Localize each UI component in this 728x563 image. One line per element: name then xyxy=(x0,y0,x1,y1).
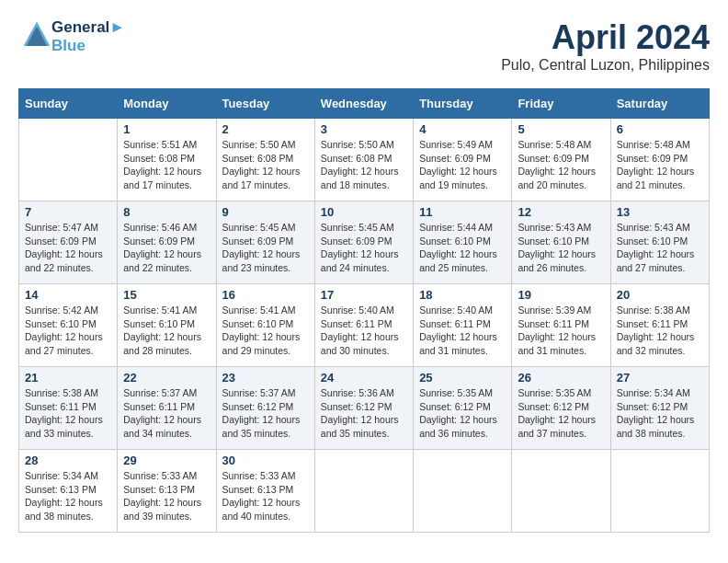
calendar-header-tuesday: Tuesday xyxy=(216,89,314,119)
day-info: Sunrise: 5:50 AM Sunset: 6:08 PM Dayligh… xyxy=(222,138,309,192)
day-info: Sunrise: 5:41 AM Sunset: 6:10 PM Dayligh… xyxy=(222,304,309,358)
day-number: 10 xyxy=(321,205,407,219)
calendar-week-row: 14Sunrise: 5:42 AM Sunset: 6:10 PM Dayli… xyxy=(19,284,710,367)
calendar-header-saturday: Saturday xyxy=(610,89,709,119)
day-info: Sunrise: 5:40 AM Sunset: 6:11 PM Dayligh… xyxy=(419,304,506,358)
calendar-cell: 24Sunrise: 5:36 AM Sunset: 6:12 PM Dayli… xyxy=(314,367,413,450)
day-number: 26 xyxy=(518,371,604,385)
day-number: 20 xyxy=(617,288,703,302)
day-info: Sunrise: 5:41 AM Sunset: 6:10 PM Dayligh… xyxy=(123,304,210,358)
calendar-cell: 28Sunrise: 5:34 AM Sunset: 6:13 PM Dayli… xyxy=(19,450,118,533)
day-number: 2 xyxy=(222,122,309,136)
calendar-cell: 29Sunrise: 5:33 AM Sunset: 6:13 PM Dayli… xyxy=(118,450,216,533)
calendar-cell: 16Sunrise: 5:41 AM Sunset: 6:10 PM Dayli… xyxy=(216,284,314,367)
calendar-cell: 18Sunrise: 5:40 AM Sunset: 6:11 PM Dayli… xyxy=(414,284,512,367)
day-number: 6 xyxy=(617,122,703,136)
day-number: 23 xyxy=(222,371,309,385)
calendar-cell: 22Sunrise: 5:37 AM Sunset: 6:11 PM Dayli… xyxy=(118,367,216,450)
calendar-header-row: SundayMondayTuesdayWednesdayThursdayFrid… xyxy=(19,89,710,119)
day-info: Sunrise: 5:42 AM Sunset: 6:10 PM Dayligh… xyxy=(25,304,111,358)
day-info: Sunrise: 5:35 AM Sunset: 6:12 PM Dayligh… xyxy=(419,386,506,441)
calendar-cell: 11Sunrise: 5:44 AM Sunset: 6:10 PM Dayli… xyxy=(414,201,512,284)
day-info: Sunrise: 5:34 AM Sunset: 6:13 PM Dayligh… xyxy=(25,469,111,523)
day-info: Sunrise: 5:44 AM Sunset: 6:10 PM Dayligh… xyxy=(419,221,506,275)
logo: General► Blue xyxy=(18,18,125,54)
day-number: 8 xyxy=(123,205,210,219)
calendar-cell: 19Sunrise: 5:39 AM Sunset: 6:11 PM Dayli… xyxy=(512,284,610,367)
calendar-cell: 12Sunrise: 5:43 AM Sunset: 6:10 PM Dayli… xyxy=(512,201,610,284)
calendar-cell: 14Sunrise: 5:42 AM Sunset: 6:10 PM Dayli… xyxy=(19,284,118,367)
calendar-cell: 23Sunrise: 5:37 AM Sunset: 6:12 PM Dayli… xyxy=(216,367,314,450)
day-info: Sunrise: 5:49 AM Sunset: 6:09 PM Dayligh… xyxy=(419,138,506,192)
calendar-cell: 30Sunrise: 5:33 AM Sunset: 6:13 PM Dayli… xyxy=(216,450,314,533)
calendar-cell xyxy=(19,119,118,201)
calendar-cell: 15Sunrise: 5:41 AM Sunset: 6:10 PM Dayli… xyxy=(118,284,216,367)
day-info: Sunrise: 5:40 AM Sunset: 6:11 PM Dayligh… xyxy=(321,304,407,358)
day-info: Sunrise: 5:51 AM Sunset: 6:08 PM Dayligh… xyxy=(123,138,210,192)
calendar-header-friday: Friday xyxy=(512,89,610,119)
day-info: Sunrise: 5:33 AM Sunset: 6:13 PM Dayligh… xyxy=(222,469,309,523)
day-number: 14 xyxy=(25,288,111,302)
day-number: 9 xyxy=(222,205,309,219)
calendar-cell: 20Sunrise: 5:38 AM Sunset: 6:11 PM Dayli… xyxy=(610,284,709,367)
day-number: 5 xyxy=(518,122,604,136)
calendar-week-row: 21Sunrise: 5:38 AM Sunset: 6:11 PM Dayli… xyxy=(19,367,710,450)
day-number: 30 xyxy=(222,454,309,467)
day-info: Sunrise: 5:38 AM Sunset: 6:11 PM Dayligh… xyxy=(617,304,703,358)
day-info: Sunrise: 5:47 AM Sunset: 6:09 PM Dayligh… xyxy=(25,221,111,275)
day-info: Sunrise: 5:35 AM Sunset: 6:12 PM Dayligh… xyxy=(518,386,604,441)
day-number: 13 xyxy=(617,205,703,219)
calendar-cell: 7Sunrise: 5:47 AM Sunset: 6:09 PM Daylig… xyxy=(19,201,118,284)
calendar-cell: 27Sunrise: 5:34 AM Sunset: 6:12 PM Dayli… xyxy=(610,367,709,450)
page-subtitle: Pulo, Central Luzon, Philippines xyxy=(501,57,710,74)
calendar-cell: 10Sunrise: 5:45 AM Sunset: 6:09 PM Dayli… xyxy=(314,201,413,284)
calendar-cell: 8Sunrise: 5:46 AM Sunset: 6:09 PM Daylig… xyxy=(118,201,216,284)
calendar-header-wednesday: Wednesday xyxy=(314,89,413,119)
day-number: 1 xyxy=(123,122,210,136)
day-info: Sunrise: 5:43 AM Sunset: 6:10 PM Dayligh… xyxy=(617,221,703,275)
calendar-cell: 21Sunrise: 5:38 AM Sunset: 6:11 PM Dayli… xyxy=(19,367,118,450)
day-number: 11 xyxy=(419,205,506,219)
calendar-week-row: 7Sunrise: 5:47 AM Sunset: 6:09 PM Daylig… xyxy=(19,201,710,284)
calendar-week-row: 28Sunrise: 5:34 AM Sunset: 6:13 PM Dayli… xyxy=(19,450,710,533)
calendar-cell: 1Sunrise: 5:51 AM Sunset: 6:08 PM Daylig… xyxy=(118,119,216,201)
calendar-cell: 6Sunrise: 5:48 AM Sunset: 6:09 PM Daylig… xyxy=(610,119,709,201)
calendar-cell xyxy=(414,450,512,533)
day-number: 3 xyxy=(321,122,407,136)
calendar-cell xyxy=(314,450,413,533)
day-info: Sunrise: 5:43 AM Sunset: 6:10 PM Dayligh… xyxy=(518,221,604,275)
day-info: Sunrise: 5:46 AM Sunset: 6:09 PM Dayligh… xyxy=(123,221,210,275)
day-info: Sunrise: 5:34 AM Sunset: 6:12 PM Dayligh… xyxy=(617,386,703,441)
day-info: Sunrise: 5:45 AM Sunset: 6:09 PM Dayligh… xyxy=(222,221,309,275)
calendar-header-thursday: Thursday xyxy=(414,89,512,119)
calendar-cell xyxy=(610,450,709,533)
calendar-cell: 3Sunrise: 5:50 AM Sunset: 6:08 PM Daylig… xyxy=(314,119,413,201)
day-info: Sunrise: 5:48 AM Sunset: 6:09 PM Dayligh… xyxy=(617,138,703,192)
day-number: 18 xyxy=(419,288,506,302)
calendar-cell: 5Sunrise: 5:48 AM Sunset: 6:09 PM Daylig… xyxy=(512,119,610,201)
day-info: Sunrise: 5:50 AM Sunset: 6:08 PM Dayligh… xyxy=(321,138,407,192)
calendar-cell xyxy=(512,450,610,533)
day-info: Sunrise: 5:33 AM Sunset: 6:13 PM Dayligh… xyxy=(123,469,210,523)
day-number: 27 xyxy=(617,371,703,385)
calendar-header-sunday: Sunday xyxy=(19,89,118,119)
day-number: 16 xyxy=(222,288,309,302)
day-info: Sunrise: 5:37 AM Sunset: 6:11 PM Dayligh… xyxy=(123,386,210,441)
day-info: Sunrise: 5:37 AM Sunset: 6:12 PM Dayligh… xyxy=(222,386,309,441)
calendar-week-row: 1Sunrise: 5:51 AM Sunset: 6:08 PM Daylig… xyxy=(19,119,710,201)
calendar-cell: 17Sunrise: 5:40 AM Sunset: 6:11 PM Dayli… xyxy=(314,284,413,367)
day-number: 24 xyxy=(321,371,407,385)
calendar-cell: 26Sunrise: 5:35 AM Sunset: 6:12 PM Dayli… xyxy=(512,367,610,450)
calendar-header-monday: Monday xyxy=(118,89,216,119)
title-section: April 2024 Pulo, Central Luzon, Philippi… xyxy=(501,18,710,74)
page-header: General► Blue April 2024 Pulo, Central L… xyxy=(18,18,710,74)
day-number: 19 xyxy=(518,288,604,302)
calendar-cell: 2Sunrise: 5:50 AM Sunset: 6:08 PM Daylig… xyxy=(216,119,314,201)
day-info: Sunrise: 5:36 AM Sunset: 6:12 PM Dayligh… xyxy=(321,386,407,441)
logo-icon xyxy=(22,20,51,50)
day-number: 7 xyxy=(25,205,111,219)
day-number: 4 xyxy=(419,122,506,136)
logo-text: General► Blue xyxy=(51,18,125,54)
day-number: 15 xyxy=(123,288,210,302)
day-info: Sunrise: 5:45 AM Sunset: 6:09 PM Dayligh… xyxy=(321,221,407,275)
